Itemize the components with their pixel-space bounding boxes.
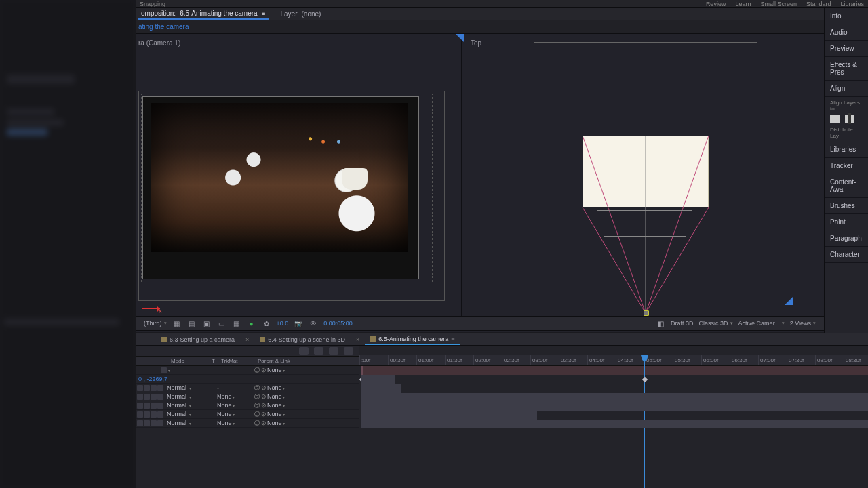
timeline-row-selected[interactable]: 0 , -2269,7 (136, 375, 359, 384)
top-view[interactable] (462, 50, 824, 321)
work-area-bar[interactable] (361, 366, 868, 375)
workspace-standard[interactable]: Standard (806, 1, 831, 7)
timeline-row-4[interactable]: Normal None @ ⊘ None (136, 419, 359, 428)
shy-toggle-icon[interactable] (161, 367, 167, 373)
panel-preview[interactable]: Preview (825, 41, 868, 57)
panel-libraries[interactable]: Libraries (825, 142, 868, 158)
3d-layer-icon[interactable] (157, 385, 163, 391)
panel-paint[interactable]: Paint (825, 214, 868, 230)
row4-parent[interactable]: None (267, 420, 285, 426)
timeline-track-area[interactable]: :00f00:30f01:00f01:30f02:00f02:30f03:00f… (359, 346, 868, 488)
parent-link-icon[interactable]: ⊘ (260, 420, 267, 426)
panel-effects[interactable]: Effects & Pres (825, 57, 868, 81)
layer-bar[interactable] (361, 393, 868, 402)
3d-layer-icon[interactable] (157, 403, 163, 409)
draft3d-icon[interactable]: ◧ (656, 319, 665, 328)
layer-bar[interactable] (361, 420, 868, 428)
parent-link-icon[interactable]: ⊘ (260, 367, 267, 373)
keyframe-icon[interactable] (642, 377, 648, 382)
align-center-icon[interactable] (845, 115, 854, 123)
panel-brushes[interactable]: Brushes (825, 198, 868, 214)
row2-trk[interactable]: None (217, 402, 235, 409)
views-layout-dropdown[interactable]: 2 Views (790, 320, 816, 327)
parent-link-icon[interactable]: ⊘ (260, 393, 267, 400)
guides-icon[interactable]: ▤ (187, 319, 197, 328)
layer-bar[interactable] (361, 375, 395, 384)
panel-align[interactable]: Align (825, 81, 868, 97)
camera-position-marker[interactable] (644, 310, 649, 316)
layer-bar[interactable] (361, 402, 868, 411)
snapshot-icon[interactable]: 📷 (294, 319, 303, 328)
layer-tab[interactable]: Layer (none) (278, 8, 324, 20)
workspace-learn[interactable]: Learn (735, 1, 751, 7)
camera-view[interactable]: x (136, 50, 461, 321)
pickwhip-icon[interactable]: @ (254, 367, 260, 373)
timeline-tab-2[interactable]: 6.5-Animating the camera ≡ (365, 333, 460, 345)
panel-character[interactable]: Character (825, 247, 868, 263)
row2-mode[interactable]: Normal (167, 402, 186, 409)
row0-parent[interactable]: None (267, 384, 285, 391)
row1-trk[interactable]: None (217, 393, 235, 400)
panel-info[interactable]: Info (825, 8, 868, 24)
panel-paragraph[interactable]: Paragraph (825, 230, 868, 247)
tab-menu-icon[interactable]: ≡ (262, 9, 266, 17)
col-parentlink[interactable]: Parent & Link (254, 358, 308, 364)
parent-link-icon[interactable]: ⊘ (260, 411, 267, 418)
tl-btn-2[interactable] (314, 347, 323, 355)
pickwhip-icon[interactable]: @ (254, 384, 260, 391)
transparency-icon[interactable]: ▦ (232, 319, 241, 328)
active-camera-dropdown[interactable]: Active Camer... (738, 320, 785, 327)
tab-close-icon[interactable]: × (245, 336, 249, 343)
renderer-dropdown[interactable]: Classic 3D (699, 320, 733, 327)
row4-mode[interactable]: Normal (167, 420, 186, 426)
magnification-dropdown[interactable]: (Third) (144, 320, 167, 327)
current-time-display[interactable]: 0:00:05:00 (323, 320, 353, 327)
workspace-libraries[interactable]: Libraries (840, 1, 864, 7)
snap-toggle[interactable]: Snapping (140, 1, 165, 7)
pickwhip-icon[interactable]: @ (254, 411, 260, 418)
3d-layer-icon[interactable] (157, 411, 163, 418)
tab-close-icon[interactable]: × (356, 336, 359, 343)
col-trkmat[interactable]: TrkMat (217, 358, 254, 364)
row3-mode[interactable]: Normal (167, 411, 186, 418)
position-readout[interactable]: 0 , -2269,7 (136, 375, 167, 382)
comp-flowchart-breadcrumb[interactable]: ating the camera (136, 20, 868, 34)
panel-tracker[interactable]: Tracker (825, 158, 868, 174)
tab-menu-icon[interactable]: ≡ (451, 336, 454, 342)
timeline-tab-1[interactable]: 6.4-Setting up a scene in 3D (254, 333, 351, 345)
workspace-review[interactable]: Review (706, 1, 726, 7)
3d-layer-icon[interactable] (157, 394, 163, 400)
region-icon[interactable]: ▭ (217, 319, 226, 328)
timeline-row-3[interactable]: Normal None @ ⊘ None (136, 410, 359, 419)
parent-link-icon[interactable]: ⊘ (260, 384, 267, 391)
show-snapshot-icon[interactable]: 👁 (309, 319, 318, 328)
3d-layer-icon[interactable] (157, 420, 163, 426)
row0-mode[interactable]: Normal (167, 384, 186, 391)
row3-parent[interactable]: None (267, 411, 285, 418)
parent-value[interactable]: None (267, 367, 285, 373)
workspace-small[interactable]: Small Screen (760, 1, 797, 7)
row3-trk[interactable]: None (217, 411, 235, 418)
tl-btn-1[interactable] (299, 347, 309, 355)
timeline-tab-0[interactable]: 6.3-Setting up a camera (156, 333, 240, 345)
channel-icon[interactable]: ● (247, 319, 256, 328)
align-left-icon[interactable] (830, 115, 840, 123)
composition-tab[interactable]: omposition: 6.5-Animating the camera ≡ (138, 8, 269, 20)
tl-btn-3[interactable] (329, 347, 338, 355)
row4-trk[interactable]: None (217, 420, 235, 426)
grid-icon[interactable]: ▦ (172, 319, 182, 328)
pickwhip-icon[interactable]: @ (254, 393, 260, 400)
time-ruler[interactable]: :00f00:30f01:00f01:30f02:00f02:30f03:00f… (359, 355, 868, 366)
exposure-value[interactable]: +0.0 (277, 320, 289, 327)
layer-bar[interactable] (361, 411, 537, 420)
reset-exposure-icon[interactable]: ✿ (262, 319, 271, 328)
col-t[interactable]: T (208, 358, 217, 364)
row1-parent[interactable]: None (267, 393, 285, 400)
row1-mode[interactable]: Normal (167, 393, 186, 400)
panel-audio[interactable]: Audio (825, 24, 868, 41)
row2-parent[interactable]: None (267, 402, 285, 409)
draft3d-label[interactable]: Draft 3D (671, 320, 694, 327)
pickwhip-icon[interactable]: @ (254, 420, 260, 426)
tl-btn-graph-editor[interactable] (344, 347, 353, 355)
parent-link-icon[interactable]: ⊘ (260, 402, 267, 409)
